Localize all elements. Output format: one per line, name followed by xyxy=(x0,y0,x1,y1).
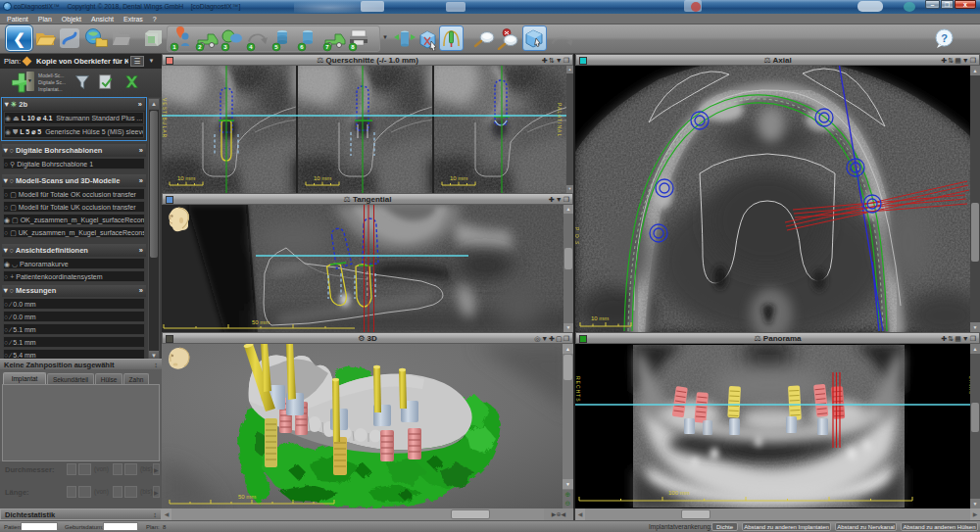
svg-text:P O S: P O S xyxy=(575,227,580,245)
svg-text:50 mm: 50 mm xyxy=(238,494,256,500)
svg-text:RECHTS: RECHTS xyxy=(575,376,581,403)
svg-text:VESTIBULAR: VESTIBULAR xyxy=(162,98,168,138)
svg-text:50 mm: 50 mm xyxy=(252,319,270,325)
svg-text:100 mm: 100 mm xyxy=(668,490,690,496)
svg-text:PALATINAL: PALATINAL xyxy=(557,103,563,137)
svg-text:?: ? xyxy=(941,32,948,44)
svg-text:10 mm: 10 mm xyxy=(591,315,609,321)
